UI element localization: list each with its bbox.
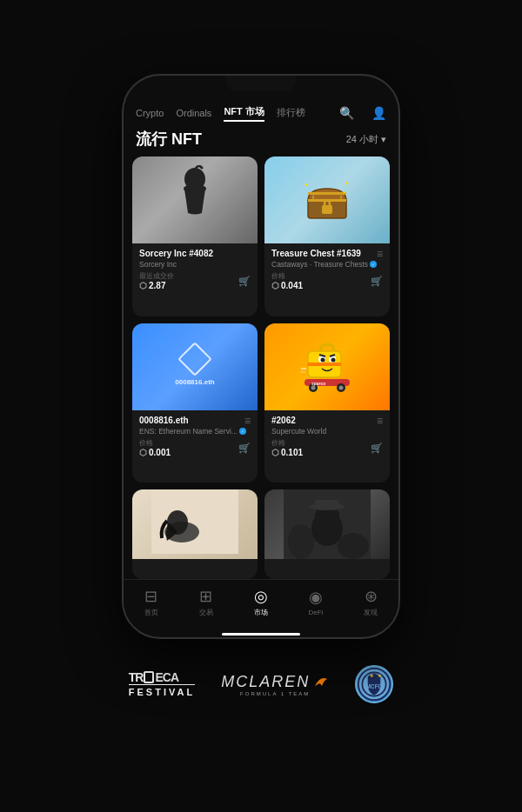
ens-domain-text: 0008816.eth: [175, 378, 214, 386]
price-label-sorcery: 最近成交价: [139, 272, 174, 281]
svg-text:✦: ✦: [343, 190, 346, 195]
nft-grid: Sorcery Inc #4082 Sorcery Inc 最近成交价 ⬡ 2.…: [124, 156, 398, 579]
svg-point-2: [184, 184, 206, 193]
price-value-supercute: ⬡ 0.101: [271, 448, 303, 457]
supercute-svg: sparco: [299, 336, 355, 398]
nft-image-preview1: [132, 489, 258, 559]
verified-badge-treasure: ✓: [370, 261, 377, 268]
tribeca-line1: TR ECA: [129, 671, 195, 684]
treasure-svg: ✦ ★ ✦: [301, 176, 353, 224]
home-indicator-bar: [222, 633, 300, 636]
menu-dots-treasure[interactable]: ≡: [377, 249, 383, 259]
tab-crypto[interactable]: Crypto: [136, 106, 164, 120]
svg-point-19: [331, 357, 336, 362]
bottom-nav-home[interactable]: ⊟ 首页: [144, 587, 158, 617]
eth-icon-sorcery: ⬡: [139, 281, 147, 290]
nft-info-ens: 0008816.eth ≡ ENS: Ethereum Name Servi..…: [132, 410, 258, 463]
home-indicator: [124, 626, 398, 637]
search-icon[interactable]: 🔍: [339, 106, 354, 120]
mclaren-brand: McLaren FORMULA 1 TEAM: [221, 673, 329, 696]
price-label-supercute: 价格: [271, 439, 303, 448]
price-value-sorcery: ⬡ 2.87: [139, 281, 174, 290]
phone-frame: Crypto Ordinals NFT 市场 排行榜 🔍 👤 流行 NFT 24…: [122, 74, 400, 639]
phone-wrapper: Crypto Ordinals NFT 市场 排行榜 🔍 👤 流行 NFT 24…: [122, 74, 400, 639]
cart-icon-supercute[interactable]: 🛒: [371, 443, 383, 454]
mancity-badge: MCFC ★ ★: [357, 665, 392, 703]
discover-label: 发现: [364, 608, 378, 617]
home-icon: ⊟: [144, 587, 157, 606]
nft-collection-supercute: Supercute World: [271, 427, 383, 436]
bottom-nav-trade[interactable]: ⊞ 交易: [199, 587, 213, 617]
mclaren-subtitle: FORMULA 1 TEAM: [221, 691, 329, 696]
nft-card-preview2[interactable]: [264, 489, 390, 579]
nft-collection-ens: ENS: Ethereum Name Servi... ✓: [139, 427, 251, 436]
discover-icon: ⊛: [365, 587, 378, 606]
trade-icon: ⊞: [199, 587, 212, 606]
nft-card-supercute[interactable]: sparco #2062 ≡ Supercute World: [264, 323, 390, 483]
status-bar: [124, 76, 398, 100]
bottom-nav-discover[interactable]: ⊛ 发现: [364, 587, 378, 617]
svg-rect-6: [308, 192, 346, 195]
home-label: 首页: [144, 608, 158, 617]
notch: [226, 76, 296, 91]
cart-icon-treasure[interactable]: 🛒: [371, 276, 383, 287]
tribeca-line2: FESTIVAL: [129, 684, 195, 697]
nft-card-preview1[interactable]: [132, 489, 258, 579]
price-row-treasure: 价格 ⬡ 0.041 🛒: [271, 272, 383, 290]
nft-collection-treasure: Castaways · Treasure Chests ✓: [271, 260, 383, 269]
nft-name-ens: 0008816.eth: [139, 416, 242, 426]
price-row-ens: 价格 ⬡ 0.001 🛒: [139, 439, 251, 457]
eth-icon-supercute: ⬡: [271, 448, 279, 457]
time-filter[interactable]: 24 小时 ▾: [346, 133, 386, 146]
nft-image-ens: 0008816.eth: [132, 323, 258, 410]
tab-nft-market[interactable]: NFT 市场: [224, 103, 264, 122]
page-title-row: 流行 NFT 24 小时 ▾: [124, 125, 398, 156]
menu-dots-supercute[interactable]: ≡: [377, 416, 383, 426]
ens-diamond: [177, 342, 212, 376]
nft-image-treasure: ✦ ★ ✦: [264, 156, 390, 243]
nft-name-supercute: #2062: [271, 416, 374, 426]
nft-card-sorcery[interactable]: Sorcery Inc #4082 Sorcery Inc 最近成交价 ⬡ 2.…: [132, 156, 258, 316]
price-row-sorcery: 最近成交价 ⬡ 2.87 🛒: [139, 272, 251, 290]
mancity-logo: MCFC ★ ★: [355, 665, 393, 703]
price-row-supercute: 价格 ⬡ 0.101 🛒: [271, 439, 383, 457]
profile-icon[interactable]: 👤: [371, 106, 386, 120]
nft-info-sorcery: Sorcery Inc #4082 Sorcery Inc 最近成交价 ⬡ 2.…: [132, 243, 258, 296]
defi-icon: ◉: [309, 588, 323, 607]
nft-card-treasure[interactable]: ✦ ★ ✦ Treasure Chest #1639 ≡ Castaways ·…: [264, 156, 390, 316]
svg-point-39: [338, 533, 369, 559]
svg-text:MCFC: MCFC: [366, 683, 383, 689]
cart-icon-ens[interactable]: 🛒: [238, 443, 251, 454]
price-value-ens: ⬡ 0.001: [139, 448, 171, 457]
tribeca-brand: TR ECA FESTIVAL: [129, 671, 195, 697]
svg-point-18: [321, 357, 325, 362]
bottom-nav-market[interactable]: ◎ 市场: [254, 587, 268, 617]
svg-point-38: [288, 524, 314, 559]
sorcery-silhouette: [169, 165, 221, 235]
price-label-ens: 价格: [139, 439, 171, 448]
bottom-nav-defi[interactable]: ◉ DeFi: [309, 588, 324, 616]
brands-section: TR ECA FESTIVAL McLaren FORMULA 1 TEAM: [111, 656, 411, 712]
preview1-svg: [137, 489, 252, 554]
svg-point-24: [311, 385, 316, 389]
page-title: 流行 NFT: [136, 129, 202, 150]
eth-icon-ens: ⬡: [139, 448, 147, 457]
nft-card-ens[interactable]: 0008816.eth 0008816.eth ≡ ENS: Ethereum …: [132, 323, 258, 483]
defi-label: DeFi: [309, 609, 324, 616]
svg-rect-15: [308, 363, 341, 366]
nft-image-sorcery: [132, 156, 258, 243]
svg-text:✦: ✦: [304, 182, 309, 188]
eth-icon-treasure: ⬡: [271, 281, 279, 290]
market-label: 市场: [254, 608, 268, 617]
preview2-svg: [264, 489, 390, 559]
mclaren-text: McLaren: [221, 673, 310, 691]
tab-ordinals[interactable]: Ordinals: [176, 106, 211, 120]
mclaren-swoosh: [313, 674, 329, 689]
price-label-treasure: 价格: [271, 272, 303, 281]
menu-dots-ens[interactable]: ≡: [244, 416, 251, 426]
svg-point-26: [339, 385, 344, 389]
tab-ranking[interactable]: 排行榜: [277, 104, 305, 121]
nft-name-sorcery: Sorcery Inc #4082: [139, 249, 251, 259]
mclaren-logo: McLaren FORMULA 1 TEAM: [221, 673, 329, 696]
cart-icon-sorcery[interactable]: 🛒: [238, 276, 251, 287]
